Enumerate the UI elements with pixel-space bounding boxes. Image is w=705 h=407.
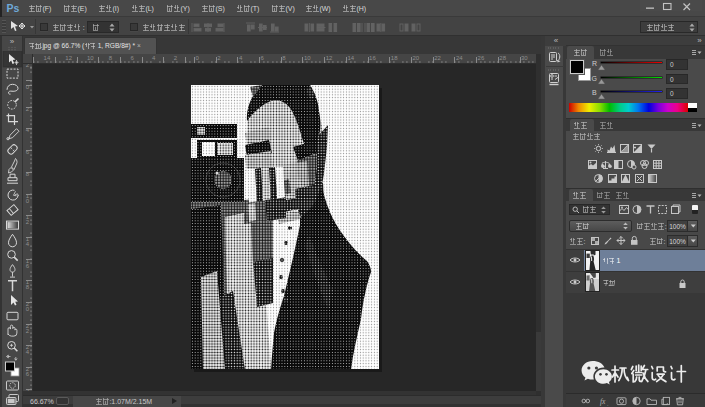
svg-text:.: . (607, 401, 608, 407)
svg-text:»: » (10, 37, 15, 46)
svg-text:fx: fx (600, 397, 606, 406)
